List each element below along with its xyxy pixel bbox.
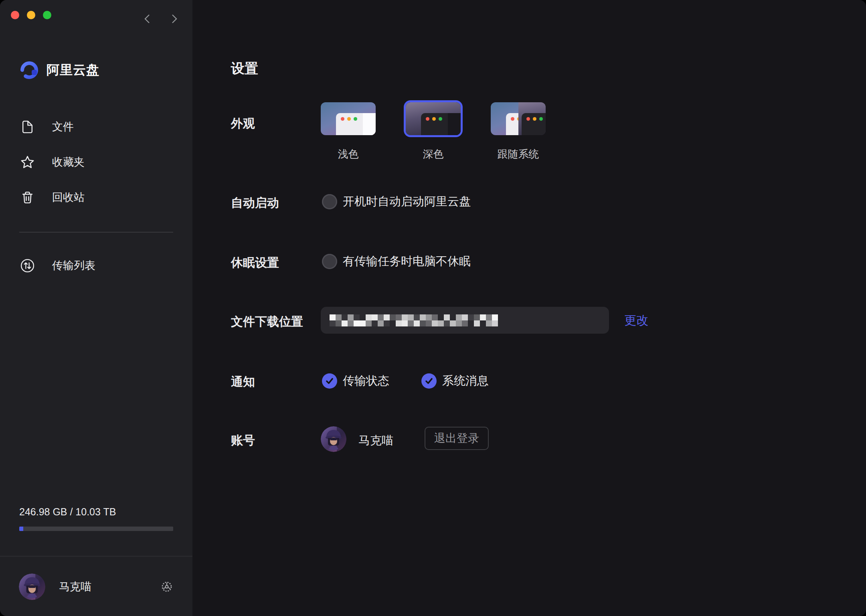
gear-icon xyxy=(159,579,174,594)
back-button[interactable] xyxy=(141,11,153,26)
check-icon xyxy=(325,377,334,385)
theme-option-dark[interactable]: 深色 xyxy=(406,102,461,161)
logout-button[interactable]: 退出登录 xyxy=(425,427,489,450)
trash-icon xyxy=(20,190,35,205)
transfer-icon xyxy=(20,258,35,273)
sidebar-item-label: 收藏夹 xyxy=(52,155,85,169)
sidebar-divider xyxy=(19,232,173,233)
autostart-checkbox[interactable] xyxy=(322,194,337,209)
sidebar-menu: 文件 收藏夹 回收站 xyxy=(0,109,192,215)
aliyundrive-logo-icon xyxy=(19,60,39,80)
app-logo-row: 阿里云盘 xyxy=(19,60,99,80)
sidebar: 阿里云盘 文件 收藏夹 xyxy=(0,0,192,616)
chevron-right-icon xyxy=(169,12,180,26)
theme-option-label: 跟随系统 xyxy=(491,147,546,161)
notify-transfer-label: 传输状态 xyxy=(343,373,389,389)
app-window: 阿里云盘 文件 收藏夹 xyxy=(0,0,866,616)
theme-options: 浅色 深色 xyxy=(321,102,546,161)
sidebar-item-trash[interactable]: 回收站 xyxy=(0,180,192,215)
theme-option-label: 深色 xyxy=(406,147,461,161)
window-controls xyxy=(11,11,51,19)
sidebar-item-label: 文件 xyxy=(52,120,74,134)
maximize-button[interactable] xyxy=(43,11,51,19)
forward-button[interactable] xyxy=(168,11,180,26)
theme-option-light[interactable]: 浅色 xyxy=(321,102,376,161)
storage-usage-text: 246.98 GB / 10.03 TB xyxy=(19,506,173,518)
notify-system-label: 系统消息 xyxy=(442,373,489,389)
theme-option-system[interactable]: 跟随系统 xyxy=(491,102,546,161)
sidebar-item-label: 回收站 xyxy=(52,190,85,205)
change-path-button[interactable]: 更改 xyxy=(624,312,648,329)
redacted-path xyxy=(330,314,498,326)
notifications-row: 传输状态 系统消息 xyxy=(322,373,489,389)
storage-progress-bar xyxy=(19,527,173,531)
settings-panel: 设置 外观 浅色 xyxy=(192,0,866,616)
sidebar-item-label: 传输列表 xyxy=(52,258,95,273)
app-name: 阿里云盘 xyxy=(47,61,99,79)
traffic-lights-decoration xyxy=(341,117,357,121)
user-avatar xyxy=(19,573,45,600)
account-avatar xyxy=(321,426,346,452)
traffic-lights-decoration xyxy=(526,117,543,121)
check-icon xyxy=(425,377,433,385)
star-icon xyxy=(20,155,35,170)
sleep-option-text: 有传输任务时电脑不休眠 xyxy=(343,253,471,270)
chevron-left-icon xyxy=(142,12,152,26)
close-button[interactable] xyxy=(11,11,19,19)
autostart-row: 开机时自动启动阿里云盘 xyxy=(322,194,471,210)
theme-thumbnail-light xyxy=(321,102,376,135)
nav-arrows xyxy=(141,11,180,26)
sidebar-item-favorites[interactable]: 收藏夹 xyxy=(0,144,192,180)
storage-block: 246.98 GB / 10.03 TB xyxy=(19,506,173,531)
sidebar-item-files[interactable]: 文件 xyxy=(0,109,192,144)
theme-thumbnail-system xyxy=(491,102,546,135)
autostart-option-text: 开机时自动启动阿里云盘 xyxy=(343,194,471,210)
sidebar-transfer: 传输列表 xyxy=(0,248,192,283)
account-user-name: 马克喵 xyxy=(358,433,393,449)
sidebar-item-transfer-list[interactable]: 传输列表 xyxy=(0,248,192,283)
minimize-button[interactable] xyxy=(27,11,35,19)
storage-progress-fill xyxy=(19,527,23,531)
theme-option-label: 浅色 xyxy=(321,147,376,161)
theme-thumbnail-dark xyxy=(406,102,461,135)
sidebar-user-row[interactable]: 马克喵 xyxy=(19,573,174,600)
page-title: 设置 xyxy=(231,59,258,78)
download-location-label: 文件下载位置 xyxy=(231,314,303,330)
sleep-label: 休眠设置 xyxy=(231,255,279,271)
traffic-lights-decoration xyxy=(426,117,442,121)
settings-button[interactable] xyxy=(159,579,174,594)
file-icon xyxy=(20,120,35,134)
notify-system-checkbox[interactable] xyxy=(421,373,437,389)
download-path-field xyxy=(321,307,609,334)
autostart-label: 自动启动 xyxy=(231,195,279,211)
notifications-label: 通知 xyxy=(231,374,255,390)
traffic-lights-decoration xyxy=(511,117,518,121)
sidebar-bottom-divider xyxy=(0,556,192,557)
sleep-row: 有传输任务时电脑不休眠 xyxy=(322,253,471,270)
appearance-label: 外观 xyxy=(231,116,255,132)
account-label: 账号 xyxy=(231,432,255,449)
notify-transfer-checkbox[interactable] xyxy=(322,373,337,389)
sleep-checkbox[interactable] xyxy=(322,254,337,269)
user-name: 马克喵 xyxy=(59,580,159,594)
